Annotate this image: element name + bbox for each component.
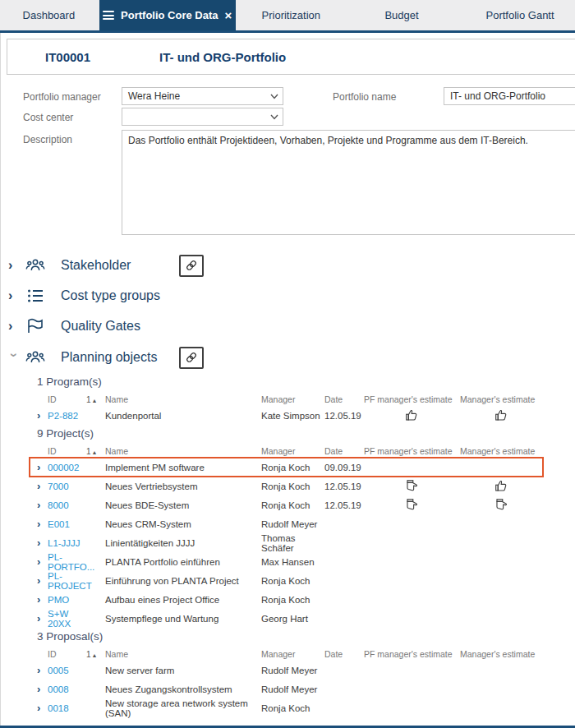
tab-prioritization[interactable]: Prioritization (247, 0, 335, 30)
section-cost-type-groups[interactable]: › Cost type groups (0, 283, 575, 308)
chevron-right-icon[interactable]: › (37, 518, 48, 529)
section-label: Cost type groups (61, 288, 160, 303)
chevron-right-icon[interactable]: › (37, 500, 48, 510)
thumb-neutral-icon[interactable] (460, 498, 542, 512)
row-name: PLANTA Portfolio einführen (105, 557, 261, 567)
thumb-up-icon[interactable] (364, 408, 460, 422)
thumb-up-icon[interactable] (460, 408, 542, 422)
thumb-neutral-icon[interactable] (364, 498, 460, 512)
section-quality-gates[interactable]: › Quality Gates (0, 314, 575, 339)
row-manager: Max Hansen (261, 557, 324, 567)
group-title: 3 Proposal(s) (37, 631, 544, 643)
col-manager-estimate[interactable]: Manager's estimate (460, 649, 542, 659)
row-id-link[interactable]: 8000 (48, 500, 86, 510)
col-manager[interactable]: Manager (261, 394, 324, 404)
table-row[interactable]: ›0018New storage area network system (SA… (37, 700, 544, 716)
chevron-down-icon[interactable]: › (7, 353, 21, 365)
tab-dashboard[interactable]: Dashboard (7, 0, 91, 30)
chevron-right-icon[interactable]: › (37, 575, 48, 586)
description-textarea[interactable]: Das Portfolio enthält Projektideen, Vorh… (122, 130, 575, 235)
chevron-right-icon[interactable]: › (37, 665, 48, 675)
chevron-right-icon[interactable]: › (8, 289, 20, 302)
section-stakeholder[interactable]: › Stakeholder (0, 253, 575, 278)
row-id-link[interactable]: PL-PORTFO... (48, 552, 86, 572)
sort-indicator[interactable]: 1▲ (86, 396, 105, 404)
chevron-right-icon[interactable]: › (37, 594, 48, 605)
link-button[interactable] (179, 255, 204, 277)
row-id-link[interactable]: L1-JJJJ (48, 538, 86, 548)
col-pf-estimate[interactable]: PF manager's estimate (364, 446, 460, 456)
portfolio-manager-select[interactable]: Wera Heine (122, 87, 283, 105)
row-id-link[interactable]: S+W 20XX (48, 609, 86, 629)
col-pf-estimate[interactable]: PF manager's estimate (364, 394, 460, 404)
chevron-right-icon[interactable]: › (8, 259, 20, 272)
row-id-link[interactable]: PMO (48, 595, 86, 605)
row-id-link[interactable]: 000002 (48, 463, 86, 472)
link-button[interactable] (179, 347, 204, 369)
chevron-right-icon[interactable]: › (37, 481, 48, 491)
row-id-link[interactable]: PL-PROJECT (48, 571, 86, 591)
thumb-up-icon[interactable] (460, 479, 542, 493)
table-row[interactable]: ›E001Neues CRM-SystemRudolf Meyer (37, 516, 544, 532)
tab-portfolio-gantt[interactable]: Portfolio Gantt (465, 0, 575, 30)
row-name: Neues Vertriebsystem (105, 481, 261, 491)
chevron-down-icon (270, 114, 278, 120)
col-manager-estimate[interactable]: Manager's estimate (460, 446, 542, 456)
cost-center-select[interactable] (122, 108, 283, 126)
col-date[interactable]: Date (324, 649, 364, 659)
col-id[interactable]: ID (48, 394, 86, 404)
col-date[interactable]: Date (324, 446, 364, 456)
tab-budget[interactable]: Budget (361, 0, 442, 30)
row-id-link[interactable]: E001 (48, 519, 86, 529)
chevron-right-icon[interactable]: › (37, 537, 48, 548)
col-manager-estimate[interactable]: Manager's estimate (460, 394, 542, 404)
chevron-right-icon[interactable]: › (37, 703, 48, 713)
col-manager[interactable]: Manager (261, 446, 324, 456)
col-id[interactable]: ID (48, 446, 86, 456)
table-row[interactable]: ›000002Implement PM softwareRonja Koch09… (37, 459, 544, 475)
table-row[interactable]: ›8000Neues BDE-SystemRonja Koch12.05.19 (37, 497, 544, 513)
chevron-right-icon[interactable]: › (37, 556, 48, 567)
tab-label: Prioritization (262, 9, 321, 21)
col-id[interactable]: ID (48, 649, 86, 659)
planning-group: 9 Project(s)ID1▲NameManagerDatePF manage… (37, 428, 544, 626)
sort-indicator[interactable]: 1▲ (86, 448, 105, 456)
tab-portfolio-core-data[interactable]: Portfolio Core Data × (99, 0, 236, 30)
chevron-right-icon[interactable]: › (37, 462, 48, 472)
table-row[interactable]: ›S+W 20XXSystempflege und WartungGeorg H… (37, 611, 544, 626)
portfolio-name-input[interactable]: IT- und ORG-Portfolio (444, 87, 575, 105)
table-row[interactable]: ›P2-882KundenportalKate Simpson12.05.19 (37, 408, 544, 423)
section-planning-objects[interactable]: › Planning objects (0, 345, 575, 370)
row-id-link[interactable]: 0005 (48, 666, 86, 675)
sort-indicator[interactable]: 1▲ (86, 651, 105, 659)
col-date[interactable]: Date (324, 394, 364, 404)
col-name[interactable]: Name (105, 394, 261, 404)
table-row[interactable]: ›PL-PROJECTEinführung von PLANTA Project… (37, 573, 544, 588)
row-manager: Kate Simpson (261, 411, 324, 421)
thumb-neutral-icon[interactable] (364, 479, 460, 493)
chevron-down-icon (270, 94, 278, 99)
row-id-link[interactable]: 0018 (48, 703, 86, 713)
col-pf-estimate[interactable]: PF manager's estimate (364, 649, 460, 659)
table-row[interactable]: ›PMOAufbau eines Project OfficeRonja Koc… (37, 592, 544, 607)
table-row[interactable]: ›0008Neues ZugangskontrollsystemRudolf M… (37, 681, 544, 697)
section-label: Planning objects (61, 350, 157, 365)
table-row[interactable]: ›L1-JJJJLinientätigkeiten JJJJThomas Sch… (37, 535, 544, 551)
close-icon[interactable]: × (225, 9, 232, 21)
chevron-right-icon[interactable]: › (37, 613, 48, 624)
hamburger-icon[interactable] (103, 9, 114, 22)
col-manager[interactable]: Manager (261, 649, 324, 659)
table-row[interactable]: ›PL-PORTFO...PLANTA Portfolio einführenM… (37, 554, 544, 569)
chevron-right-icon[interactable]: › (37, 410, 48, 421)
table-header: ID1▲NameManagerDatePF manager's estimate… (37, 446, 544, 456)
row-id-link[interactable]: P2-882 (48, 411, 86, 421)
col-name[interactable]: Name (105, 649, 261, 659)
table-row[interactable]: ›7000Neues VertriebsystemRonja Koch12.05… (37, 478, 544, 494)
table-row[interactable]: ›0005New server farmRudolf Meyer (37, 662, 544, 678)
row-id-link[interactable]: 0008 (48, 684, 86, 694)
row-manager: Ronja Koch (261, 595, 324, 605)
col-name[interactable]: Name (105, 446, 261, 456)
chevron-right-icon[interactable]: › (37, 684, 48, 694)
chevron-right-icon[interactable]: › (8, 320, 20, 333)
row-id-link[interactable]: 7000 (48, 481, 86, 491)
